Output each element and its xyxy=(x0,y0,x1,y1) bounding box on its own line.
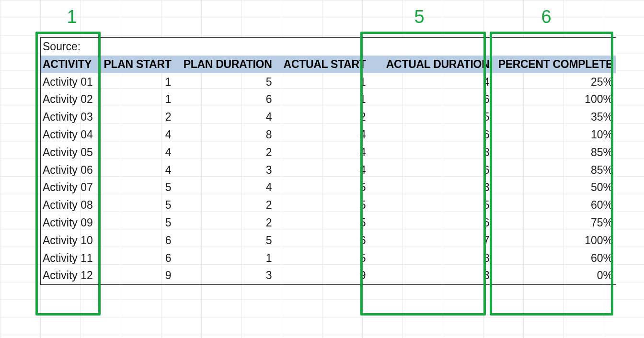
cell-plan-start[interactable]: 1 xyxy=(102,73,174,91)
cell-plan-duration[interactable]: 3 xyxy=(174,267,275,284)
cell-plan-start[interactable]: 6 xyxy=(102,249,174,267)
cell-actual-start[interactable]: 1 xyxy=(275,73,368,91)
cell-activity[interactable]: Activity 04 xyxy=(41,126,102,144)
header-percent-complete[interactable]: PERCENT COMPLETE xyxy=(492,56,616,73)
cell-actual-start[interactable]: 4 xyxy=(275,126,368,144)
table-row[interactable]: Activity 03242535% xyxy=(41,108,616,126)
header-plan-start[interactable]: PLAN START xyxy=(102,56,174,73)
cell-percent-complete[interactable]: 35% xyxy=(492,108,616,126)
cell-plan-duration[interactable]: 4 xyxy=(174,179,275,196)
cell-plan-start[interactable]: 4 xyxy=(102,126,174,144)
cell-plan-start[interactable]: 4 xyxy=(102,161,174,179)
table-row[interactable]: Activity 021616100% xyxy=(41,90,616,108)
table-row[interactable]: Activity 05424885% xyxy=(41,144,616,161)
cell-actual-start[interactable]: 4 xyxy=(275,161,368,179)
cell-activity[interactable]: Activity 09 xyxy=(41,214,102,232)
cell-actual-start[interactable]: 4 xyxy=(275,144,368,161)
header-actual-duration[interactable]: ACTUAL DURATION xyxy=(368,56,492,73)
cell-percent-complete[interactable]: 85% xyxy=(492,161,616,179)
cell-activity[interactable]: Activity 03 xyxy=(41,108,102,126)
cell-plan-duration[interactable]: 5 xyxy=(174,232,275,249)
cell-percent-complete[interactable]: 50% xyxy=(492,179,616,196)
table-row[interactable]: Activity 106567100% xyxy=(41,232,616,249)
cell-actual-duration[interactable]: 4 xyxy=(368,73,492,91)
cell-plan-start[interactable]: 5 xyxy=(102,214,174,232)
table-row[interactable]: Activity 11615860% xyxy=(41,249,616,267)
table-row[interactable]: Activity 01151425% xyxy=(41,73,616,91)
cell-actual-duration[interactable]: 8 xyxy=(368,144,492,161)
cell-activity[interactable]: Activity 08 xyxy=(41,196,102,214)
cell-percent-complete[interactable]: 25% xyxy=(492,73,616,91)
header-activity[interactable]: ACTIVITY xyxy=(41,56,102,73)
cell-plan-start[interactable]: 5 xyxy=(102,196,174,214)
cell-actual-duration[interactable]: 8 xyxy=(368,249,492,267)
cell-actual-start[interactable]: 2 xyxy=(275,108,368,126)
cell-actual-start[interactable]: 5 xyxy=(275,214,368,232)
cell-plan-start[interactable]: 9 xyxy=(102,267,174,284)
cell-plan-start[interactable]: 2 xyxy=(102,108,174,126)
cell-plan-start[interactable]: 6 xyxy=(102,232,174,249)
cell-actual-duration[interactable]: 5 xyxy=(368,196,492,214)
cell-percent-complete[interactable]: 75% xyxy=(492,214,616,232)
annotation-label-5: 5 xyxy=(405,7,434,27)
cell-activity[interactable]: Activity 12 xyxy=(41,267,102,284)
cell-actual-duration[interactable]: 6 xyxy=(368,126,492,144)
table-row[interactable]: Activity 07545350% xyxy=(41,179,616,196)
cell-percent-complete[interactable]: 0% xyxy=(492,267,616,284)
annotation-label-6: 6 xyxy=(532,7,561,27)
table-row[interactable]: Activity 1293930% xyxy=(41,267,616,284)
cell-actual-start[interactable]: 5 xyxy=(275,196,368,214)
table-row[interactable]: Activity 06434685% xyxy=(41,161,616,179)
table-row[interactable]: Activity 04484610% xyxy=(41,126,616,144)
cell-activity[interactable]: Activity 05 xyxy=(41,144,102,161)
cell-activity[interactable]: Activity 06 xyxy=(41,161,102,179)
table-row[interactable]: Activity 08525560% xyxy=(41,196,616,214)
cell-percent-complete[interactable]: 100% xyxy=(492,90,616,108)
cell-activity[interactable]: Activity 02 xyxy=(41,90,102,108)
annotation-label-1: 1 xyxy=(58,7,86,27)
header-plan-duration[interactable]: PLAN DURATION xyxy=(174,56,275,73)
cell-activity[interactable]: Activity 10 xyxy=(41,232,102,249)
cell-activity[interactable]: Activity 01 xyxy=(41,73,102,91)
cell-actual-start[interactable]: 1 xyxy=(275,90,368,108)
cell-plan-duration[interactable]: 8 xyxy=(174,126,275,144)
cell-plan-start[interactable]: 5 xyxy=(102,179,174,196)
cell-plan-duration[interactable]: 6 xyxy=(174,90,275,108)
cell-actual-duration[interactable]: 6 xyxy=(368,161,492,179)
cell-activity[interactable]: Activity 11 xyxy=(41,249,102,267)
cell-plan-duration[interactable]: 4 xyxy=(174,108,275,126)
cell-actual-start[interactable]: 6 xyxy=(275,232,368,249)
cell-plan-duration[interactable]: 2 xyxy=(174,214,275,232)
source-row[interactable]: Source: xyxy=(41,38,616,56)
source-cell[interactable]: Source: xyxy=(41,38,616,56)
cell-actual-duration[interactable]: 5 xyxy=(368,108,492,126)
table-row[interactable]: Activity 09525675% xyxy=(41,214,616,232)
cell-plan-duration[interactable]: 2 xyxy=(174,144,275,161)
cell-actual-start[interactable]: 9 xyxy=(275,267,368,284)
cell-percent-complete[interactable]: 60% xyxy=(492,249,616,267)
cell-plan-start[interactable]: 1 xyxy=(102,90,174,108)
cell-plan-duration[interactable]: 3 xyxy=(174,161,275,179)
cell-actual-start[interactable]: 5 xyxy=(275,179,368,196)
cell-percent-complete[interactable]: 85% xyxy=(492,144,616,161)
header-row[interactable]: ACTIVITY PLAN START PLAN DURATION ACTUAL… xyxy=(41,56,616,73)
cell-plan-duration[interactable]: 2 xyxy=(174,196,275,214)
project-plan-table[interactable]: Source: ACTIVITY PLAN START PLAN DURATIO… xyxy=(40,37,616,285)
cell-plan-start[interactable]: 4 xyxy=(102,144,174,161)
cell-actual-start[interactable]: 5 xyxy=(275,249,368,267)
header-actual-start[interactable]: ACTUAL START xyxy=(275,56,368,73)
cell-actual-duration[interactable]: 6 xyxy=(368,90,492,108)
cell-actual-duration[interactable]: 7 xyxy=(368,232,492,249)
cell-percent-complete[interactable]: 60% xyxy=(492,196,616,214)
cell-actual-duration[interactable]: 6 xyxy=(368,214,492,232)
cell-actual-duration[interactable]: 3 xyxy=(368,267,492,284)
cell-activity[interactable]: Activity 07 xyxy=(41,179,102,196)
cell-actual-duration[interactable]: 3 xyxy=(368,179,492,196)
cell-percent-complete[interactable]: 10% xyxy=(492,126,616,144)
cell-percent-complete[interactable]: 100% xyxy=(492,232,616,249)
cell-plan-duration[interactable]: 5 xyxy=(174,73,275,91)
cell-plan-duration[interactable]: 1 xyxy=(174,249,275,267)
